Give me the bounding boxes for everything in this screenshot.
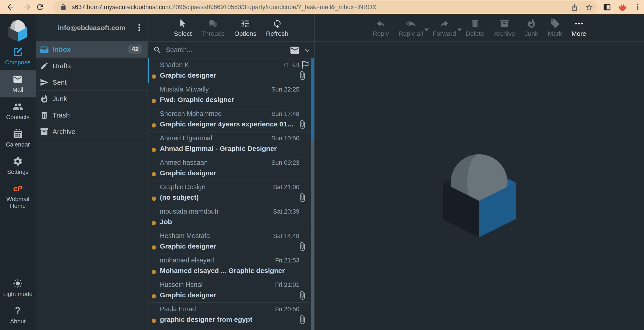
sidebar-item-settings[interactable]: Settings bbox=[0, 152, 36, 180]
unread-dot bbox=[152, 197, 156, 201]
message-date: Sun 17:48 bbox=[271, 110, 300, 117]
search-bar[interactable]: Search... bbox=[148, 41, 314, 58]
message-row[interactable]: Hesham Mostafa Sat 14:48 Graphic designe… bbox=[148, 229, 311, 254]
extension-icon[interactable] bbox=[618, 3, 627, 12]
threads-icon bbox=[208, 18, 218, 28]
lock-icon[interactable] bbox=[60, 4, 67, 11]
message-sender: moustafa mamdouh bbox=[160, 208, 218, 215]
message-row[interactable]: mohamed elsayed Fri 21:53 Mohamed elsaye… bbox=[148, 254, 311, 278]
unread-dot bbox=[152, 123, 156, 128]
toolbar-button-reply[interactable]: Reply bbox=[368, 18, 394, 37]
toolbar-button-forward[interactable]: Forward bbox=[428, 18, 461, 37]
list-scrollbar-thumb[interactable] bbox=[311, 58, 314, 140]
message-sender: Hussein Hsnal bbox=[160, 281, 202, 289]
sidebar-item-compose[interactable]: Compose bbox=[0, 43, 36, 70]
message-row[interactable]: Paula Emad Fri 20:50 graphic designer fr… bbox=[148, 303, 311, 327]
url-path: :2096/cpsess0966910550/3rdparty/roundcub… bbox=[170, 4, 376, 10]
message-sender: Shaden K bbox=[160, 61, 189, 69]
folder-label: Inbox bbox=[52, 46, 71, 53]
search-options-chevron-icon[interactable] bbox=[303, 46, 311, 54]
unread-dot bbox=[152, 172, 156, 176]
sun-icon bbox=[12, 278, 23, 289]
side-panel-icon[interactable] bbox=[602, 3, 612, 12]
message-row[interactable]: Ahmed Elgammal Sun 10:50 Ahmad Elgmmal -… bbox=[148, 132, 311, 156]
message-row[interactable]: Shaden K 71 KB Graphic designer bbox=[148, 58, 311, 83]
address-bar[interactable]: s637.bom7.mysecurecloudhost.com:2096/cps… bbox=[53, 1, 598, 13]
flag-icon[interactable] bbox=[300, 60, 310, 70]
taskbar-main-items: Compose Mail Contacts Calendar Settings bbox=[0, 43, 36, 214]
paperclip-icon bbox=[298, 193, 307, 202]
junk-icon bbox=[526, 18, 536, 28]
trash-icon bbox=[470, 18, 480, 28]
archive-icon bbox=[500, 18, 510, 28]
browser-forward-button[interactable] bbox=[23, 3, 32, 11]
message-subject: Graphic designer bbox=[160, 169, 294, 177]
message-sender: Paula Emad bbox=[160, 305, 196, 313]
message-sender: Ahmed Elgammal bbox=[160, 134, 212, 142]
sidebar-item-light-mode[interactable]: Light mode bbox=[0, 274, 36, 302]
share-icon[interactable] bbox=[570, 3, 579, 11]
compose-icon bbox=[12, 46, 23, 57]
contacts-icon bbox=[12, 101, 23, 112]
sidebar-item-label: Settings bbox=[7, 169, 28, 176]
drafts-icon bbox=[40, 61, 49, 70]
sidebar-item-webmail-home[interactable]: Webmail Home bbox=[0, 179, 36, 214]
message-sender: Shereen Mohammed bbox=[160, 110, 222, 117]
message-row[interactable]: Mustafa Mitwally Sun 22:25 Fwd: Graphic … bbox=[148, 83, 311, 107]
folder-trash[interactable]: Trash bbox=[36, 107, 148, 123]
message-row[interactable]: Graphic Design Sat 21:00 (no subject) bbox=[148, 181, 311, 205]
paperclip-icon bbox=[298, 120, 307, 129]
paperclip-icon bbox=[298, 291, 307, 300]
toolbar-button-archive[interactable]: Archive bbox=[489, 18, 520, 37]
sidebar-item-contacts[interactable]: Contacts bbox=[0, 97, 36, 125]
more-icon bbox=[574, 18, 584, 28]
select-icon bbox=[178, 18, 188, 28]
bookmark-star-icon[interactable] bbox=[585, 3, 593, 11]
mail-icon bbox=[12, 74, 23, 84]
toolbar-button-options[interactable]: Options bbox=[230, 18, 261, 37]
sidebar-item-calendar[interactable]: Calendar bbox=[0, 125, 36, 152]
message-row[interactable]: Ahmed hassaan Sun 09:23 Graphic designer bbox=[148, 156, 311, 181]
taskbar-spacer bbox=[0, 214, 36, 274]
message-subject: Graphic designer bbox=[160, 71, 294, 79]
folder-sent[interactable]: Sent bbox=[36, 74, 148, 91]
paperclip-icon bbox=[298, 71, 307, 80]
message-sender: mohamed elsayed bbox=[160, 257, 214, 264]
message-row[interactable]: Hussein Hsnal Fri 21:01 Graphic designer bbox=[148, 278, 311, 303]
message-toolbar: Reply Reply all Forward Delete bbox=[315, 14, 644, 41]
toolbar-button-more[interactable]: More bbox=[567, 18, 591, 37]
message-row[interactable]: Shereen Mohammed Sun 17:48 Graphic desig… bbox=[148, 107, 311, 132]
unread-dot bbox=[152, 74, 156, 79]
browser-back-button[interactable] bbox=[6, 3, 15, 11]
toolbar-button-mark[interactable]: Mark bbox=[543, 18, 567, 37]
toolbar-button-delete[interactable]: Delete bbox=[461, 18, 489, 37]
toolbar-button-label: Refresh bbox=[266, 30, 288, 37]
sidebar-item-about[interactable]: About bbox=[0, 302, 36, 330]
tag-icon bbox=[550, 18, 560, 28]
folder-junk[interactable]: Junk bbox=[36, 91, 148, 107]
message-subject: Graphic designer 4years experience 01069… bbox=[160, 120, 294, 128]
browser-refresh-button[interactable] bbox=[36, 3, 44, 11]
cpanel-icon bbox=[12, 183, 23, 194]
folder-inbox[interactable]: Inbox 42 bbox=[36, 41, 148, 58]
toolbar-button-label: Select bbox=[174, 30, 192, 37]
browser-menu-icon[interactable] bbox=[634, 3, 642, 11]
sidebar-item-mail[interactable]: Mail bbox=[0, 70, 36, 97]
search-input[interactable]: Search... bbox=[166, 46, 192, 54]
toolbar-button-refresh[interactable]: Refresh bbox=[261, 18, 293, 37]
folder-options-button[interactable] bbox=[135, 23, 144, 32]
message-subject: (no subject) bbox=[160, 194, 294, 201]
unread-dot bbox=[152, 99, 156, 103]
message-row[interactable]: moustafa mamdouh Sat 20:39 Job bbox=[148, 205, 311, 229]
message-subject: graphic designer from egypt bbox=[160, 316, 294, 324]
toolbar-button-select[interactable]: Select bbox=[169, 18, 196, 37]
message-date: Sun 22:25 bbox=[271, 86, 300, 93]
toolbar-button-junk[interactable]: Junk bbox=[520, 18, 543, 37]
folder-drafts[interactable]: Drafts bbox=[36, 58, 148, 74]
toolbar-button-threads[interactable]: Threads bbox=[196, 18, 230, 37]
unread-dot bbox=[152, 270, 156, 274]
toolbar-button-reply-all[interactable]: Reply all bbox=[394, 18, 428, 37]
sidebar-item-label: Contacts bbox=[6, 114, 30, 121]
search-scope-envelope-icon[interactable] bbox=[290, 45, 300, 55]
folder-archive[interactable]: Archive bbox=[36, 123, 148, 140]
